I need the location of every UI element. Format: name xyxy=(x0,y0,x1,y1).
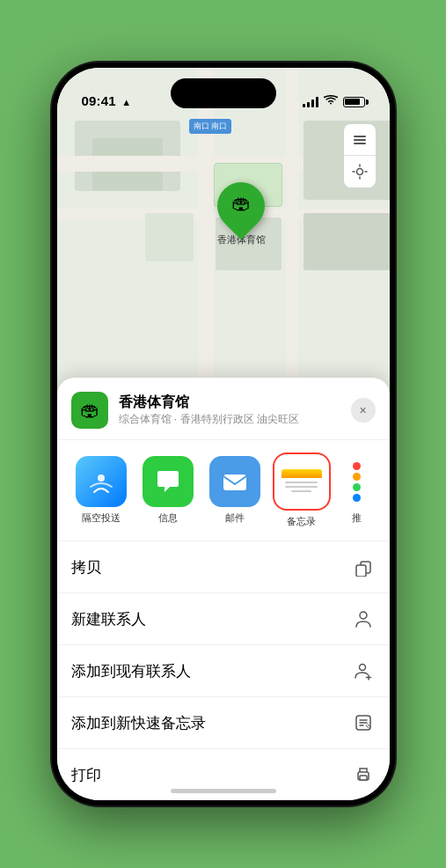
status-icons xyxy=(303,95,365,108)
map-controls xyxy=(344,124,376,188)
signal-icon xyxy=(303,97,318,107)
action-new-contact[interactable]: 新建联系人 xyxy=(57,593,390,645)
svg-point-4 xyxy=(98,474,105,482)
share-row: 隔空投送 信息 xyxy=(57,440,390,541)
svg-rect-0 xyxy=(354,136,366,137)
messages-icon xyxy=(143,456,194,507)
action-quick-note[interactable]: 添加到新快速备忘录 xyxy=(57,697,390,749)
print-icon xyxy=(351,762,376,787)
mail-label: 邮件 xyxy=(225,511,245,525)
phone-frame: 南口 南口 xyxy=(52,63,395,805)
svg-point-3 xyxy=(356,169,362,175)
notes-highlight-border xyxy=(273,452,331,511)
action-copy-label: 拷贝 xyxy=(71,557,101,577)
more-label: 推 xyxy=(352,511,362,525)
share-item-more[interactable]: 推 xyxy=(339,456,376,525)
person-icon xyxy=(351,607,376,631)
battery-icon xyxy=(343,97,365,107)
phone-screen: 南口 南口 xyxy=(57,68,390,800)
person-add-icon xyxy=(351,658,376,683)
action-quick-note-label: 添加到新快速备忘录 xyxy=(71,713,206,733)
quick-note-icon xyxy=(351,710,376,735)
venue-icon: 🏟 xyxy=(71,392,108,429)
action-copy[interactable]: 拷贝 xyxy=(57,541,390,593)
home-indicator xyxy=(171,789,276,793)
notes-label: 备忘录 xyxy=(287,515,316,528)
svg-rect-1 xyxy=(354,139,366,141)
action-print-label: 打印 xyxy=(71,765,101,785)
map-layers-button[interactable] xyxy=(344,124,376,156)
share-item-notes[interactable]: 备忘录 xyxy=(272,452,332,528)
copy-icon xyxy=(351,555,376,579)
svg-rect-12 xyxy=(360,776,367,780)
airdrop-icon xyxy=(76,456,127,507)
svg-rect-5 xyxy=(223,474,246,490)
share-item-messages[interactable]: 信息 xyxy=(138,456,198,525)
svg-point-8 xyxy=(360,612,367,619)
more-icon xyxy=(339,456,376,507)
bottom-sheet: 🏟 香港体育馆 综合体育馆 · 香港特别行政区 油尖旺区 × xyxy=(57,378,390,800)
venue-subtitle: 综合体育馆 · 香港特别行政区 油尖旺区 xyxy=(119,412,340,427)
status-time: 09:41 ▲ xyxy=(82,93,132,108)
mail-icon xyxy=(209,456,260,507)
svg-rect-2 xyxy=(354,143,366,144)
entrance-prefix: 南口 xyxy=(194,121,212,130)
action-new-contact-label: 新建联系人 xyxy=(71,609,146,629)
pin-inner: 🏟 xyxy=(231,192,251,215)
dynamic-island xyxy=(171,78,276,108)
messages-label: 信息 xyxy=(158,511,178,525)
svg-point-9 xyxy=(359,665,365,671)
venue-name: 香港体育馆 xyxy=(119,394,340,410)
notes-icon xyxy=(276,456,327,507)
share-item-mail[interactable]: 邮件 xyxy=(205,456,265,525)
pin-circle: 🏟 xyxy=(208,173,274,239)
svg-rect-7 xyxy=(356,565,366,577)
action-add-existing-label: 添加到现有联系人 xyxy=(71,661,191,681)
location-button[interactable] xyxy=(344,156,376,188)
airdrop-label: 隔空投送 xyxy=(82,511,121,525)
close-button[interactable]: × xyxy=(351,398,376,423)
action-add-existing[interactable]: 添加到现有联系人 xyxy=(57,645,390,697)
venue-info: 香港体育馆 综合体育馆 · 香港特别行政区 油尖旺区 xyxy=(119,394,340,427)
color-dots xyxy=(353,462,361,502)
wifi-icon xyxy=(324,95,338,108)
location-pin: 🏟 香港体育馆 xyxy=(217,182,266,246)
location-icon: ▲ xyxy=(121,97,131,107)
share-item-airdrop[interactable]: 隔空投送 xyxy=(71,456,131,525)
entrance-label: 南口 南口 xyxy=(189,119,232,134)
sheet-header: 🏟 香港体育馆 综合体育馆 · 香港特别行政区 油尖旺区 × xyxy=(57,378,390,440)
